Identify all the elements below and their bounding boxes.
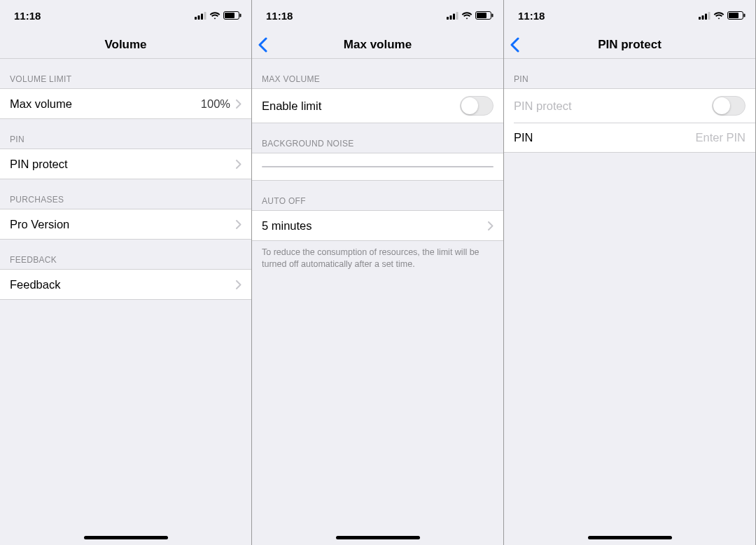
row-enable-limit[interactable]: Enable limit <box>252 89 503 123</box>
row-value: 100% <box>201 97 230 111</box>
section-header-background-noise: BACKGROUND NOISE <box>252 123 503 153</box>
svg-rect-17 <box>708 12 710 20</box>
cellular-icon <box>699 12 710 20</box>
page-title: Volume <box>104 38 146 52</box>
nav-header: PIN protect <box>504 31 755 59</box>
chevron-left-icon <box>510 37 519 53</box>
section-header-feedback: FEEDBACK <box>0 240 251 269</box>
pin-protect-toggle[interactable] <box>712 96 746 116</box>
svg-rect-3 <box>204 12 206 20</box>
section-header-max-volume: MAX VOLUME <box>252 59 503 88</box>
svg-rect-20 <box>744 14 746 18</box>
row-background-noise-slider[interactable] <box>252 153 503 181</box>
status-bar: 11:18 <box>0 0 251 31</box>
slider-track[interactable] <box>262 166 493 167</box>
svg-rect-15 <box>702 15 704 20</box>
wifi-icon <box>209 12 220 20</box>
row-max-volume[interactable]: Max volume 100% <box>0 89 251 118</box>
page-title: Max volume <box>344 38 412 52</box>
nav-header: Max volume <box>252 31 503 59</box>
svg-rect-12 <box>477 13 486 18</box>
chevron-left-icon <box>258 37 267 53</box>
status-time: 11:18 <box>266 10 293 22</box>
chevron-right-icon <box>236 280 241 289</box>
svg-rect-16 <box>705 13 707 20</box>
row-pin-entry[interactable]: PIN <box>504 123 755 152</box>
status-bar: 11:18 <box>504 0 755 31</box>
cellular-icon <box>195 12 206 20</box>
svg-rect-2 <box>201 13 203 20</box>
row-label: Feedback <box>10 278 60 291</box>
row-pin-protect[interactable]: PIN protect <box>0 149 251 179</box>
status-indicators <box>447 11 493 20</box>
svg-rect-19 <box>729 13 738 18</box>
row-pin-protect-toggle[interactable]: PIN protect <box>504 89 755 123</box>
row-auto-off-duration[interactable]: 5 minutes <box>252 211 503 240</box>
row-label: PIN protect <box>10 158 68 171</box>
row-feedback[interactable]: Feedback <box>0 270 251 299</box>
wifi-icon <box>461 12 472 20</box>
status-time: 11:18 <box>14 10 41 22</box>
status-bar: 11:18 <box>252 0 503 31</box>
row-pro-version[interactable]: Pro Version <box>0 209 251 239</box>
status-indicators <box>195 11 241 20</box>
section-header-auto-off: AUTO OFF <box>252 181 503 210</box>
back-button[interactable] <box>510 31 519 58</box>
chevron-right-icon <box>236 160 241 169</box>
row-label: 5 minutes <box>262 219 312 233</box>
svg-rect-13 <box>492 14 493 18</box>
back-button[interactable] <box>258 31 267 58</box>
section-header-pin: PIN <box>0 119 251 149</box>
chevron-right-icon <box>236 99 241 109</box>
row-label: PIN <box>514 131 533 144</box>
battery-icon <box>223 11 241 20</box>
row-label: Enable limit <box>262 99 321 113</box>
svg-rect-5 <box>225 13 234 18</box>
chevron-right-icon <box>236 220 241 229</box>
status-time: 11:18 <box>518 10 545 22</box>
svg-rect-8 <box>450 15 452 20</box>
screen-max-volume: 11:18 Max volume MAX VOLUME Enable limit… <box>252 0 504 545</box>
chevron-right-icon <box>488 221 493 230</box>
svg-rect-14 <box>699 17 701 20</box>
home-indicator[interactable] <box>588 536 672 539</box>
battery-icon <box>475 11 493 20</box>
svg-rect-10 <box>456 12 458 20</box>
svg-rect-1 <box>198 15 200 20</box>
screen-pin-protect: 11:18 PIN protect PIN PIN protect PIN <box>504 0 756 545</box>
row-label: Pro Version <box>10 218 69 231</box>
home-indicator[interactable] <box>84 536 168 539</box>
status-indicators <box>699 11 746 20</box>
section-footer-auto-off: To reduce the consumption of resources, … <box>252 241 503 275</box>
section-header-purchases: PURCHASES <box>0 179 251 209</box>
enable-limit-toggle[interactable] <box>460 96 493 116</box>
svg-rect-9 <box>453 13 455 20</box>
battery-icon <box>727 11 746 20</box>
home-indicator[interactable] <box>336 536 420 539</box>
section-header-pin: PIN <box>504 59 755 88</box>
svg-rect-7 <box>447 17 449 20</box>
cellular-icon <box>447 12 458 20</box>
section-header-volume-limit: VOLUME LIMIT <box>0 59 251 88</box>
wifi-icon <box>713 12 724 20</box>
row-label: Max volume <box>10 97 72 111</box>
svg-rect-6 <box>240 14 241 18</box>
row-label: PIN protect <box>514 99 572 113</box>
nav-header: Volume <box>0 31 251 59</box>
page-title: PIN protect <box>598 38 662 52</box>
svg-rect-0 <box>195 17 197 20</box>
screen-volume: 11:18 Volume VOLUME LIMIT Max volume 100… <box>0 0 252 545</box>
pin-input[interactable] <box>676 131 746 144</box>
